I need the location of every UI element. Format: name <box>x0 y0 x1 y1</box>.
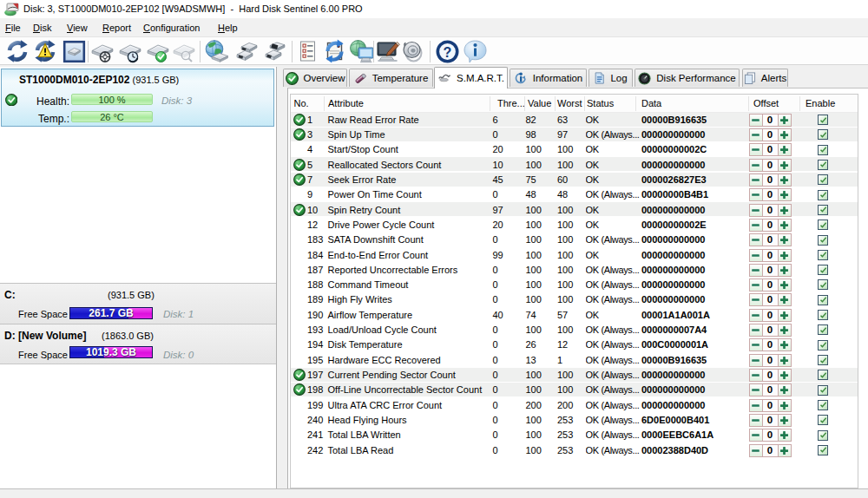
svg-text:?: ? <box>443 44 451 59</box>
